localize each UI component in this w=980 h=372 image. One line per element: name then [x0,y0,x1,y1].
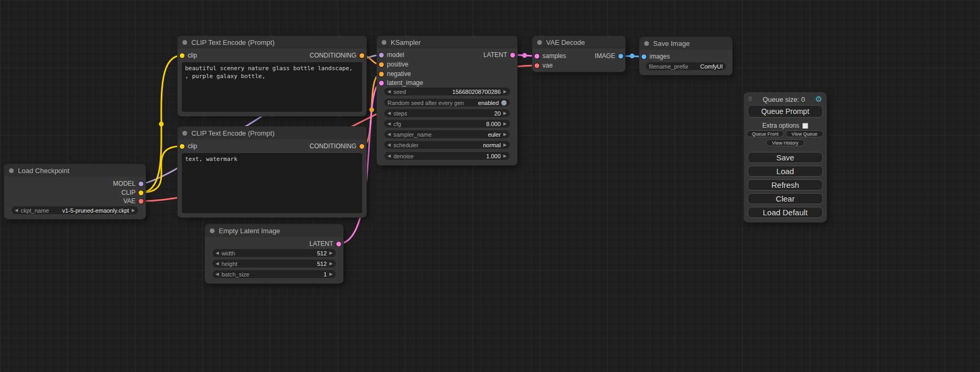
decrement-arrow-icon[interactable]: ◀ [387,132,391,137]
prompt-textarea[interactable]: text, watermark [182,153,362,213]
increment-arrow-icon[interactable]: ▶ [503,154,507,158]
increment-arrow-icon[interactable]: ▶ [132,208,135,213]
decrement-arrow-icon[interactable]: ◀ [387,90,391,94]
decrement-arrow-icon[interactable]: ◀ [216,251,219,255]
collapse-dot-icon[interactable] [182,131,187,136]
collapse-dot-icon[interactable] [644,41,649,46]
model-port-icon[interactable] [379,53,384,58]
conditioning-port-icon[interactable] [379,72,384,77]
increment-arrow-icon[interactable]: ▶ [503,111,507,116]
model-port-icon[interactable] [139,182,143,186]
decrement-arrow-icon[interactable]: ◀ [387,111,391,116]
clip-port-icon[interactable] [180,53,185,58]
latent-port-icon[interactable] [535,54,539,59]
node-ksampler[interactable]: KSampler model positive negative latent_… [377,36,517,165]
extra-options-checkbox[interactable] [802,123,808,129]
node-save-image[interactable]: Save Image images filename_prefix ComfyU… [639,37,732,75]
clip-port-icon[interactable] [139,190,143,195]
latent-port-icon[interactable] [510,53,515,58]
load-default-button[interactable]: Load Default [748,207,823,218]
refresh-button[interactable]: Refresh [748,179,823,190]
collapse-dot-icon[interactable] [182,40,187,45]
node-header[interactable]: Empty Latent Image [205,224,343,237]
node-header[interactable]: CLIP Text Encode (Prompt) [178,36,366,49]
widget-label: ckpt_name [21,207,49,214]
view-history-button[interactable]: View History [766,139,804,146]
latent-port-icon[interactable] [379,81,384,85]
steps-widget[interactable]: ◀ steps 20 ▶ [384,109,510,117]
width-widget[interactable]: ◀ width 512 ▶ [212,249,336,257]
settings-gear-icon[interactable]: ⚙ [816,96,822,103]
decrement-arrow-icon[interactable]: ◀ [216,272,219,276]
collapse-dot-icon[interactable] [210,228,215,233]
widget-value: 512 [317,250,326,256]
denoise-widget[interactable]: ◀ denoise 1.000 ▶ [384,152,510,160]
decrement-arrow-icon[interactable]: ◀ [387,154,391,158]
increment-arrow-icon[interactable]: ▶ [503,132,507,137]
view-queue-button[interactable]: View Queue [785,130,823,137]
height-widget[interactable]: ◀ height 512 ▶ [212,260,336,268]
widget-value: 512 [317,261,326,267]
ckpt-name-widget[interactable]: ◀ ckpt_name v1-5-pruned-emaonly.ckpt ▶ [12,206,138,214]
save-button[interactable]: Save [748,152,823,163]
clip-port-icon[interactable] [180,144,185,149]
conditioning-port-icon[interactable] [360,144,364,149]
vae-port-icon[interactable] [139,199,143,204]
queue-front-button[interactable]: Queue Front [746,130,784,137]
image-port-icon[interactable] [642,54,646,59]
node-clip-text-encode-negative[interactable]: CLIP Text Encode (Prompt) clip CONDITION… [178,127,366,217]
wire-midpoint-dot [370,108,374,112]
increment-arrow-icon[interactable]: ▶ [503,90,507,94]
input-slot-latent-image: latent_image [379,79,423,87]
node-clip-text-encode-positive[interactable]: CLIP Text Encode (Prompt) clip CONDITION… [178,36,366,116]
prompt-textarea[interactable]: beautiful scenery nature glass bottle la… [182,62,362,112]
decrement-arrow-icon[interactable]: ◀ [387,122,391,126]
node-header[interactable]: CLIP Text Encode (Prompt) [178,127,366,139]
latent-port-icon[interactable] [336,242,341,246]
queue-prompt-button[interactable]: Queue Prompt [748,105,823,118]
node-header[interactable]: Load Checkpoint [4,164,145,177]
increment-arrow-icon[interactable]: ▶ [329,262,333,266]
node-vae-decode[interactable]: VAE Decode samples vae IMAGE [532,36,625,72]
decrement-arrow-icon[interactable]: ◀ [216,262,219,266]
slot-label: clip [188,52,197,59]
random-seed-toggle-widget[interactable]: Random seed after every gen enabled [384,99,510,107]
increment-arrow-icon[interactable]: ▶ [503,143,507,147]
toggle-knob-icon[interactable] [501,100,507,106]
collapse-dot-icon[interactable] [382,40,386,45]
drag-handle-icon[interactable]: ⠿ [748,96,752,103]
input-slot-positive: positive [379,61,409,68]
widget-value: 1.000 [486,153,501,159]
load-button[interactable]: Load [748,166,823,177]
slot-label: LATENT [483,51,507,59]
node-graph-canvas[interactable]: Load Checkpoint MODEL CLIP VAE ◀ ckpt_na… [0,0,980,372]
collapse-dot-icon[interactable] [9,168,14,173]
queue-menu-panel[interactable]: ⠿ Queue size: 0 ⚙ Queue Prompt Extra opt… [744,92,827,222]
decrement-arrow-icon[interactable]: ◀ [387,143,391,147]
node-empty-latent-image[interactable]: Empty Latent Image LATENT ◀ width 512 ▶ … [205,224,343,283]
output-slot-vae: VAE [123,197,143,205]
node-header[interactable]: VAE Decode [532,36,625,49]
scheduler-widget[interactable]: ◀ scheduler normal ▶ [384,141,510,149]
collapse-dot-icon[interactable] [537,40,542,45]
increment-arrow-icon[interactable]: ▶ [503,122,507,126]
increment-arrow-icon[interactable]: ▶ [329,272,333,276]
batch-size-widget[interactable]: ◀ batch_size 1 ▶ [212,270,336,278]
conditioning-port-icon[interactable] [360,53,364,58]
widget-value: v1-5-pruned-emaonly.ckpt [62,207,129,214]
increment-arrow-icon[interactable]: ▶ [329,251,333,255]
vae-port-icon[interactable] [535,63,539,68]
cfg-widget[interactable]: ◀ cfg 8.000 ▶ [384,120,510,128]
decrement-arrow-icon[interactable]: ◀ [15,208,18,213]
clear-button[interactable]: Clear [748,193,823,204]
output-slot-latent: LATENT [309,240,341,247]
conditioning-port-icon[interactable] [379,62,384,67]
sampler-name-widget[interactable]: ◀ sampler_name euler ▶ [384,130,510,138]
filename-prefix-widget[interactable]: filename_prefix ComfyUI [646,62,726,70]
node-load-checkpoint[interactable]: Load Checkpoint MODEL CLIP VAE ◀ ckpt_na… [4,164,145,219]
node-header[interactable]: Save Image [639,37,732,50]
seed-widget[interactable]: ◀ seed 156680208700286 ▶ [384,88,510,96]
node-header[interactable]: KSampler [377,36,517,49]
image-port-icon[interactable] [618,54,623,59]
output-slot-latent: LATENT [483,51,515,59]
